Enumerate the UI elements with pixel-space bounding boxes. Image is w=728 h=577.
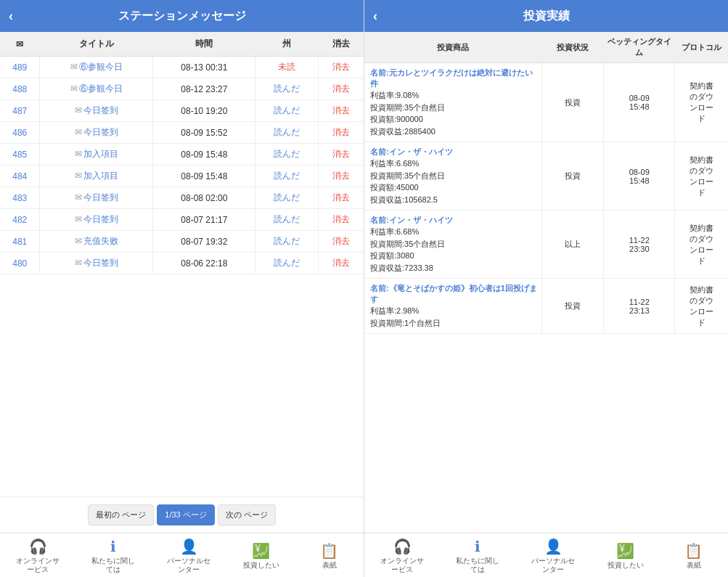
message-title[interactable]: ✉⑥参観今日 — [40, 57, 153, 78]
investment-contract-link[interactable]: 契約書 のダウ ンロー ド — [675, 142, 728, 210]
message-delete-button[interactable]: 消去 — [318, 57, 364, 78]
investment-time: 11-22 23:13 — [604, 279, 675, 334]
message-delete-button[interactable]: 消去 — [318, 231, 364, 253]
nav-label: パーソナルセ ンター — [167, 557, 210, 574]
investment-row: 名前:元カレとツイラクだけは絶対に避けたい件利益率:9.08%投資期間:35个自… — [364, 63, 728, 142]
investment-contract-link[interactable]: 契約書 のダウ ンロー ド — [675, 63, 728, 142]
left-back-button[interactable]: ‹ — [9, 9, 13, 24]
message-delete-button[interactable]: 消去 — [318, 78, 364, 100]
col-status: 州 — [255, 32, 319, 57]
message-id[interactable]: 483 — [0, 187, 40, 209]
left-message-table: ✉ タイトル 時間 州 消去 489✉⑥参観今日08-13 00:31未読消去4… — [0, 32, 364, 274]
right-header: ‹ 投資実績 — [364, 0, 728, 32]
nav-icon: 💹 — [616, 542, 634, 560]
message-delete-button[interactable]: 消去 — [318, 165, 364, 187]
first-page-button[interactable]: 最初の ページ — [88, 504, 154, 525]
product-rate: 利益率:6.68% — [370, 157, 539, 170]
message-id[interactable]: 480 — [0, 253, 40, 274]
message-status: 読んだ — [255, 231, 319, 253]
message-delete-button[interactable]: 消去 — [318, 144, 364, 165]
message-delete-button[interactable]: 消去 — [318, 209, 364, 231]
investment-status: 投資 — [541, 279, 604, 334]
investment-contract-link[interactable]: 契約書 のダウ ンロー ド — [675, 210, 728, 279]
product-period: 投資期間:1个自然日 — [370, 317, 539, 330]
message-delete-button[interactable]: 消去 — [318, 253, 364, 274]
nav-label: 投資したい — [608, 561, 644, 570]
message-time: 08-12 23:27 — [153, 78, 255, 100]
investment-contract-link[interactable]: 契約書 のダウ ンロー ド — [675, 279, 728, 334]
product-name[interactable]: 名前:元カレとツイラクだけは絶対に避けたい件 — [370, 67, 539, 89]
investment-status: 投資 — [541, 63, 604, 142]
nav-label: 表紙 — [687, 561, 701, 570]
message-time: 08-09 15:48 — [153, 144, 255, 165]
message-title[interactable]: ✉加入項目 — [40, 165, 153, 187]
right-panel: ‹ 投資実績 投資商品 投資状況 ベッティングタイム プロトコル 名前:元カレと… — [364, 0, 728, 577]
left-header: ‹ ステーションメッセージ — [0, 0, 364, 32]
product-name[interactable]: 名前:イン・ザ・ハイツ — [370, 215, 539, 226]
right-nav-item[interactable]: ℹ私たちに関し ては — [456, 538, 499, 574]
message-time: 08-13 00:31 — [153, 57, 255, 78]
product-profit: 投資収益:2885400 — [370, 126, 539, 138]
message-id[interactable]: 488 — [0, 78, 40, 100]
message-title[interactable]: ✉今日签到 — [40, 122, 153, 144]
product-rate: 利益率:2.98% — [370, 305, 539, 317]
message-title[interactable]: ✉加入項目 — [40, 144, 153, 165]
right-bottom-nav: 🎧オンラインサ ービスℹ私たちに関し ては👤パーソナルセ ンター💹投資したい📋表… — [364, 533, 728, 577]
nav-icon: 👤 — [544, 538, 563, 555]
right-nav-item[interactable]: 📋表紙 — [676, 542, 712, 570]
message-time: 08-06 22:18 — [153, 253, 255, 274]
message-status: 読んだ — [255, 165, 319, 187]
right-title: 投資実績 — [523, 9, 570, 24]
message-id[interactable]: 482 — [0, 209, 40, 231]
table-row: 480✉今日签到08-06 22:18読んだ消去 — [0, 253, 364, 274]
message-title[interactable]: ✉今日签到 — [40, 253, 153, 274]
message-title[interactable]: ✉⑥参観今日 — [40, 78, 153, 100]
col-title: タイトル — [40, 32, 153, 57]
current-page-button[interactable]: 1/33 ページ — [157, 504, 214, 525]
next-page-button[interactable]: 次の ページ — [218, 504, 276, 525]
investment-row: 名前:イン・ザ・ハイツ利益率:6.68%投資期間:35个自然日投資額:45000… — [364, 142, 728, 210]
message-title[interactable]: ✉今日签到 — [40, 100, 153, 122]
message-id[interactable]: 481 — [0, 231, 40, 253]
left-nav-item[interactable]: 📋表紙 — [311, 542, 348, 570]
message-id[interactable]: 489 — [0, 57, 40, 78]
table-row: 488✉⑥参観今日08-12 23:27読んだ消去 — [0, 78, 364, 100]
message-title[interactable]: ✉今日签到 — [40, 187, 153, 209]
message-title[interactable]: ✉充值失败 — [40, 231, 153, 253]
nav-icon: 🎧 — [29, 538, 47, 555]
message-time: 08-09 15:52 — [153, 122, 255, 144]
product-amount: 投資額:900000 — [370, 113, 539, 126]
left-message-table-wrapper: ✉ タイトル 時間 州 消去 489✉⑥参観今日08-13 00:31未読消去4… — [0, 32, 364, 496]
right-nav-item[interactable]: 💹投資したい — [608, 542, 644, 570]
left-nav-item[interactable]: 💹投資したい — [243, 542, 279, 570]
message-id[interactable]: 486 — [0, 122, 40, 144]
right-nav-item[interactable]: 🎧オンラインサ ービス — [380, 538, 424, 574]
left-nav-item[interactable]: 🎧オンラインサ ービス — [16, 538, 60, 574]
message-status: 読んだ — [255, 78, 319, 100]
right-back-button[interactable]: ‹ — [373, 9, 377, 24]
nav-label: 私たちに関し ては — [91, 557, 135, 574]
message-id[interactable]: 485 — [0, 144, 40, 165]
investment-time: 08-09 15:48 — [604, 142, 675, 210]
message-title[interactable]: ✉今日签到 — [40, 209, 153, 231]
message-delete-button[interactable]: 消去 — [318, 187, 364, 209]
message-delete-button[interactable]: 消去 — [318, 100, 364, 122]
product-name[interactable]: 名前:イン・ザ・ハイツ — [370, 147, 539, 157]
investment-product: 名前:元カレとツイラクだけは絶対に避けたい件利益率:9.08%投資期間:35个自… — [364, 63, 541, 142]
right-col-contract: プロトコル — [675, 32, 728, 63]
product-name[interactable]: 名前:《竜とそばかすの姫》初心者は1回投げます — [370, 283, 539, 305]
right-nav-item[interactable]: 👤パーソナルセ ンター — [531, 538, 575, 574]
product-amount: 投資額:45000 — [370, 181, 539, 194]
table-row: 486✉今日签到08-09 15:52読んだ消去 — [0, 122, 364, 144]
product-period: 投資期間:35个自然日 — [370, 170, 539, 182]
product-rate: 利益率:9.08% — [370, 89, 539, 102]
table-row: 482✉今日签到08-07 21:17読んだ消去 — [0, 209, 364, 231]
left-bottom-nav: 🎧オンラインサ ービスℹ私たちに関し ては👤パーソナルセ ンター💹投資したい📋表… — [0, 533, 364, 577]
left-nav-item[interactable]: ℹ私たちに関し ては — [91, 538, 135, 574]
message-id[interactable]: 487 — [0, 100, 40, 122]
left-nav-item[interactable]: 👤パーソナルセ ンター — [167, 538, 210, 574]
message-delete-button[interactable]: 消去 — [318, 122, 364, 144]
nav-label: オンラインサ ービス — [380, 557, 424, 574]
message-id[interactable]: 484 — [0, 165, 40, 187]
investment-product: 名前:イン・ザ・ハイツ利益率:6.68%投資期間:35个自然日投資額:3080投… — [364, 210, 541, 279]
